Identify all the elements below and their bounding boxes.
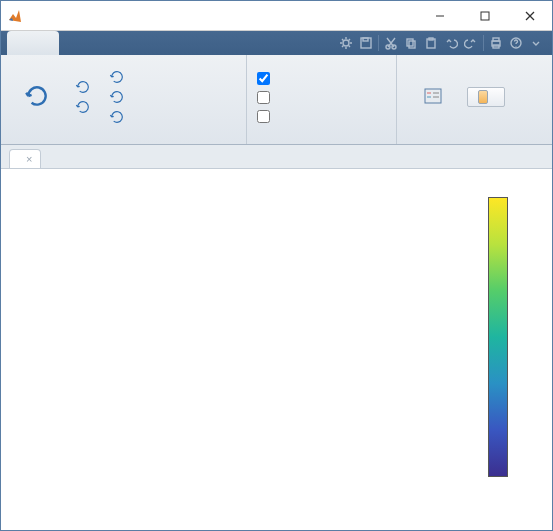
refresh-x-button[interactable] (105, 68, 133, 86)
copy-icon[interactable] (403, 35, 419, 51)
tab-data[interactable] (7, 31, 59, 55)
colorbar-swatch-icon (478, 90, 488, 104)
matlab-logo-icon (7, 8, 23, 24)
axes-3d[interactable] (11, 175, 451, 525)
svg-rect-1 (481, 12, 489, 20)
inverted-y-checkbox[interactable] (255, 109, 278, 124)
refresh-icon (109, 69, 125, 85)
svg-rect-9 (407, 39, 413, 46)
cut-icon[interactable] (383, 35, 399, 51)
svg-rect-10 (409, 41, 415, 48)
refresh-icon (109, 89, 125, 105)
minimize-button[interactable] (417, 1, 462, 30)
refresh-yz-button[interactable] (71, 98, 99, 116)
section-label (397, 139, 552, 144)
paste-icon[interactable] (423, 35, 439, 51)
refresh-icon (24, 83, 50, 109)
refresh-icon (75, 99, 91, 115)
svg-rect-14 (493, 38, 499, 41)
section-label (1, 139, 246, 144)
tab-view[interactable] (59, 31, 111, 55)
section-checkboxes (247, 55, 397, 144)
toolstrip-header (1, 31, 552, 55)
legend-button[interactable] (405, 84, 461, 110)
axes-borders-input[interactable] (257, 72, 270, 85)
svg-point-4 (343, 40, 349, 46)
refresh-icon (109, 109, 125, 125)
refresh-icon (75, 79, 91, 95)
close-tab-icon[interactable]: × (26, 153, 32, 165)
separator (483, 35, 484, 51)
log-scaling-checkbox[interactable] (255, 90, 278, 105)
separator (378, 35, 379, 51)
section-toggle-buttons (397, 55, 552, 144)
figure-tabs: × (1, 145, 552, 169)
dropdown-icon[interactable] (528, 35, 544, 51)
help-icon[interactable] (508, 35, 524, 51)
svg-rect-17 (425, 89, 441, 103)
axes-borders-checkbox[interactable] (255, 71, 278, 86)
titlebar (1, 1, 552, 31)
save-icon[interactable] (358, 35, 374, 51)
refresh-y-button[interactable] (105, 88, 133, 106)
inverted-y-input[interactable] (257, 110, 270, 123)
undo-icon[interactable] (443, 35, 459, 51)
ribbon (1, 55, 552, 145)
colorbar[interactable] (488, 197, 508, 477)
close-button[interactable] (507, 1, 552, 30)
settings-icon[interactable] (338, 35, 354, 51)
maximize-button[interactable] (462, 1, 507, 30)
svg-rect-6 (363, 38, 368, 41)
figure-tab[interactable]: × (9, 149, 41, 168)
section-label (247, 139, 396, 144)
refresh-all-button[interactable] (9, 81, 65, 113)
refresh-xy-button[interactable] (71, 78, 99, 96)
quick-access-bar (338, 31, 552, 55)
redo-icon[interactable] (463, 35, 479, 51)
legend-icon (423, 86, 443, 106)
print-icon[interactable] (488, 35, 504, 51)
colorbar-button[interactable] (467, 87, 505, 107)
refresh-z-button[interactable] (105, 108, 133, 126)
log-scaling-input[interactable] (257, 91, 270, 104)
figure-area (1, 169, 552, 530)
section-push-buttons (1, 55, 247, 144)
